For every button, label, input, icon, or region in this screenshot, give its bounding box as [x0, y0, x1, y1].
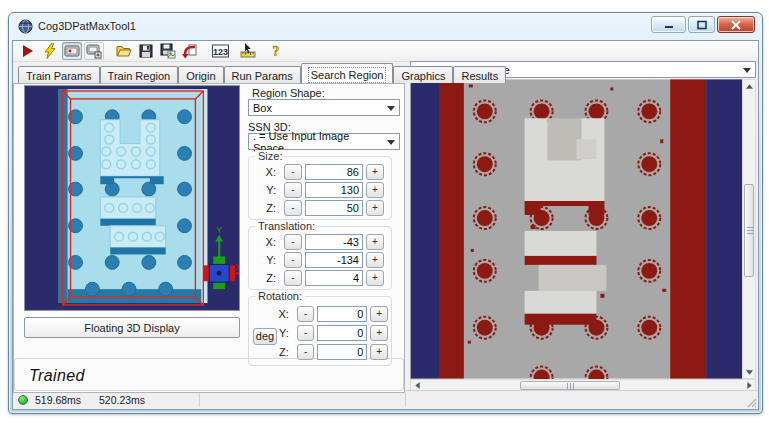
lightning-icon[interactable]: [40, 42, 60, 60]
status-divider: [405, 393, 406, 407]
translation-y-input[interactable]: [305, 252, 363, 268]
tab-train-params[interactable]: Train Params: [18, 66, 100, 83]
tab-graphics[interactable]: Graphics: [393, 66, 453, 83]
help-icon[interactable]: ?: [266, 42, 286, 60]
tab-train-region[interactable]: Train Region: [100, 66, 179, 83]
vertical-scroll-thumb[interactable]: [744, 184, 754, 277]
translation-y-label: Y:: [249, 254, 281, 266]
size-z-label: Z:: [249, 202, 281, 214]
decrement-button[interactable]: -: [284, 182, 302, 198]
floating-3d-display-button[interactable]: Floating 3D Display: [24, 317, 240, 338]
size-y-label: Y:: [249, 184, 281, 196]
rotation-y-label: Y:: [249, 327, 294, 339]
tool-window: Cog3DPatMaxTool1: [8, 12, 763, 414]
scroll-down-icon[interactable]: [743, 366, 755, 378]
increment-button[interactable]: +: [370, 306, 388, 322]
results-123-icon[interactable]: 123: [210, 42, 230, 60]
rotation-group: Rotation: deg X: - + Y: - + Z: -: [248, 296, 392, 366]
app-globe-icon: [18, 19, 33, 34]
chevron-down-icon: [387, 106, 395, 111]
increment-button[interactable]: +: [366, 270, 384, 286]
decrement-button[interactable]: -: [284, 164, 302, 180]
size-y-input[interactable]: [305, 182, 363, 198]
display-copy-icon[interactable]: [84, 42, 104, 60]
status-divider: [199, 393, 200, 407]
translation-x-label: X:: [249, 236, 281, 248]
3d-display-viewport[interactable]: Y X: [24, 85, 240, 311]
svg-text:123: 123: [212, 47, 227, 57]
size-x-label: X:: [249, 166, 281, 178]
increment-button[interactable]: +: [366, 182, 384, 198]
minimize-button[interactable]: [651, 16, 686, 33]
total-time-value: 520.23ms: [99, 394, 145, 406]
translation-group-label: Translation:: [255, 220, 318, 232]
size-x-input[interactable]: [305, 164, 363, 180]
chevron-down-icon: [387, 140, 395, 145]
increment-button[interactable]: +: [366, 200, 384, 216]
size-z-input[interactable]: [305, 200, 363, 216]
increment-button[interactable]: +: [370, 325, 388, 341]
decrement-button[interactable]: -: [297, 306, 315, 322]
rotation-group-label: Rotation:: [255, 290, 305, 302]
region-shape-label: Region Shape:: [252, 87, 325, 99]
close-button[interactable]: [717, 16, 755, 33]
chevron-down-icon: [743, 68, 751, 73]
measure-icon[interactable]: [238, 42, 258, 60]
svg-text:Y: Y: [216, 225, 222, 235]
rotation-x-input[interactable]: [317, 306, 367, 322]
title-bar[interactable]: Cog3DPatMaxTool1: [9, 13, 762, 40]
reset-icon[interactable]: [180, 42, 200, 60]
translation-group: Translation: X: - + Y: - + Z: -: [248, 226, 392, 290]
translation-z-label: Z:: [249, 272, 281, 284]
search-region-page: Y X Floating 3D Display Trained Regio: [13, 83, 405, 393]
run-time-value: 519.68ms: [35, 394, 81, 406]
rotation-z-label: Z:: [249, 346, 294, 358]
decrement-button[interactable]: -: [284, 270, 302, 286]
trained-status-text: Trained: [29, 367, 85, 385]
translation-z-input[interactable]: [305, 270, 363, 286]
increment-button[interactable]: +: [366, 252, 384, 268]
open-folder-icon[interactable]: [114, 42, 134, 60]
maximize-button[interactable]: [688, 16, 715, 33]
decrement-button[interactable]: -: [284, 234, 302, 250]
client-area: 123 ? Train Params Train Region Origin R…: [12, 40, 759, 410]
size-group: Size: X: - + Y: - + Z: - +: [248, 156, 392, 220]
scroll-up-icon[interactable]: [743, 80, 755, 92]
ssn3d-select[interactable]: . = Use Input Image Space: [248, 133, 400, 150]
image-vertical-scrollbar[interactable]: [742, 79, 756, 379]
input-image-display[interactable]: [410, 79, 742, 379]
decrement-button[interactable]: -: [297, 325, 315, 341]
decrement-button[interactable]: -: [284, 200, 302, 216]
increment-button[interactable]: +: [370, 344, 388, 360]
run-icon[interactable]: [18, 42, 38, 60]
save-icon[interactable]: [136, 42, 156, 60]
toolbar: 123 ?: [13, 41, 758, 62]
rotation-z-input[interactable]: [317, 344, 367, 360]
window-title: Cog3DPatMaxTool1: [38, 20, 136, 32]
decrement-button[interactable]: -: [297, 344, 315, 360]
tab-results[interactable]: Results: [453, 66, 506, 83]
rotation-x-label: X:: [249, 308, 294, 320]
increment-button[interactable]: +: [366, 164, 384, 180]
svg-text:X: X: [235, 262, 240, 272]
resize-grip[interactable]: [746, 397, 757, 408]
horizontal-scroll-thumb[interactable]: [520, 381, 620, 390]
size-group-label: Size:: [255, 150, 285, 162]
tab-origin[interactable]: Origin: [178, 66, 223, 83]
tab-run-params[interactable]: Run Params: [224, 66, 301, 83]
translation-x-input[interactable]: [305, 234, 363, 250]
svg-text:?: ?: [273, 44, 280, 59]
display-toggle-icon[interactable]: [62, 42, 82, 60]
status-indicator-icon: [18, 395, 28, 405]
tab-search-region[interactable]: Search Region: [301, 63, 394, 83]
region-shape-select[interactable]: Box: [248, 99, 400, 116]
rotation-y-input[interactable]: [317, 325, 367, 341]
increment-button[interactable]: +: [366, 234, 384, 250]
save-image-icon[interactable]: [158, 42, 178, 60]
decrement-button[interactable]: -: [284, 252, 302, 268]
